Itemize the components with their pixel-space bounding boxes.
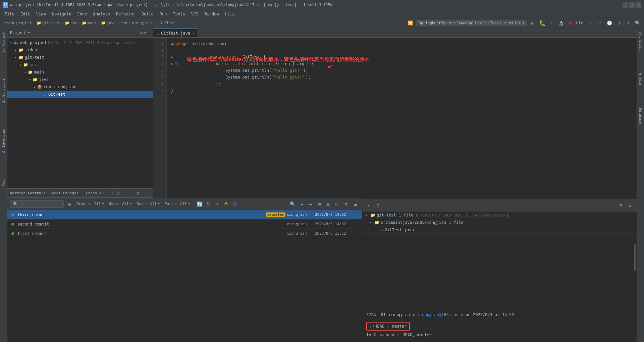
branches-line: In 2 branches: HEAD, master — [366, 333, 633, 337]
changed-file-gittest[interactable]: ▸ ☕ GitTest.java — [362, 226, 637, 234]
project-collapse-icon[interactable]: − — [148, 31, 150, 35]
commit-row-second[interactable]: second commit xiongjian 2023/8/3 14:32 — [7, 219, 362, 229]
git-log-search[interactable]: 🔍 Q▾ — [10, 200, 64, 208]
breadcrumb-project[interactable]: 🗂 web_project — [3, 21, 32, 25]
menu-tools[interactable]: Tools — [170, 11, 188, 17]
ant-build-tab[interactable]: Ant Build — [638, 30, 643, 53]
menu-build[interactable]: Build — [139, 11, 156, 17]
project-tab[interactable]: 1: Project — [1, 30, 6, 55]
breadcrumb-main[interactable]: 📁 main — [82, 21, 97, 25]
tab-console[interactable]: Console ✕ — [83, 189, 108, 197]
tab-log[interactable]: Log — [109, 189, 122, 197]
commit-row-third[interactable]: third commit 🏷 master xiongjian 2023/8/3… — [7, 210, 362, 219]
menu-edit[interactable]: Edit — [18, 11, 33, 17]
grid-icon[interactable]: ⊞ — [316, 200, 323, 208]
coverage-button[interactable]: ⚡ — [548, 19, 555, 27]
navigate-back-icon[interactable]: 🔀 — [407, 19, 414, 27]
breadcrumb-xiongjian[interactable]: xiongjian — [132, 21, 152, 25]
menu-window[interactable]: Window — [202, 11, 221, 17]
date-filter[interactable]: Date: All ▾ — [136, 201, 161, 207]
search-everywhere-icon[interactable]: 🔍 — [634, 19, 641, 27]
changed-file-git-test[interactable]: ▾ 📁 git-test 1 file D:\IntelliJ IDEA 201… — [362, 211, 637, 219]
tree-item-src[interactable]: ▾ 📁 src — [7, 61, 153, 68]
project-scroll-icon[interactable]: ≡ — [144, 31, 147, 35]
menu-vcs[interactable]: VCS — [189, 11, 201, 17]
version-control-tabs: Version Control: Local Changes Console ✕… — [7, 188, 153, 198]
menu-help[interactable]: Help — [222, 11, 237, 17]
settings-icon[interactable]: ⚙ — [66, 200, 73, 208]
editor-tab-gittest[interactable]: ☕ GitTest.java ✕ — [153, 29, 198, 37]
search-log-icon[interactable]: 🔍 — [289, 200, 296, 208]
tree-item-web-project[interactable]: ▾ 🗂 web_project D:\IntelliJ IDEA 2018.3.… — [7, 39, 153, 46]
tree-item-gittest[interactable]: ▸ ☕ GitTest — [7, 91, 153, 98]
tree-item-git-test[interactable]: ▾ 📁 git-test — [7, 54, 153, 61]
breadcrumb-git-test[interactable]: 📁 git-test — [37, 21, 60, 25]
menu-file[interactable]: File — [2, 11, 17, 17]
menu-code[interactable]: Code — [75, 11, 90, 17]
menu-run[interactable]: Run — [157, 11, 170, 17]
refresh-icon[interactable]: 🔄 — [196, 200, 204, 208]
breadcrumb-com[interactable]: com — [120, 21, 127, 25]
changed-file-count: 1 file — [399, 213, 413, 217]
tree-item-idea[interactable]: ▸ 📁 .idea — [7, 46, 153, 54]
highlight-icon[interactable]: 👁 — [222, 200, 230, 208]
breadcrumb-src[interactable]: 📁 src — [65, 21, 77, 25]
minimize-button[interactable]: ─ — [623, 2, 628, 8]
git-check-icon[interactable]: ✓ — [587, 19, 594, 27]
run-arrow-3[interactable]: ▶ — [171, 54, 173, 60]
console-close-icon[interactable]: ✕ — [103, 191, 105, 195]
tab-local-changes[interactable]: Local Changes — [46, 189, 82, 197]
user-filter[interactable]: User: All ▾ — [107, 201, 133, 207]
rt-settings-icon[interactable]: ⚙ — [374, 202, 382, 209]
columns-icon[interactable]: ▦ — [324, 200, 332, 208]
menu-analyze[interactable]: Analyze — [90, 11, 113, 17]
git-history-icon[interactable]: 🕐 — [606, 19, 613, 27]
vc-minimize-icon[interactable]: − — [143, 189, 150, 197]
tab-close-icon[interactable]: ✕ — [192, 32, 194, 35]
rt-sort-icon[interactable]: ≡ — [617, 202, 625, 209]
arrow-right-icon[interactable]: → — [307, 200, 314, 208]
close-button[interactable]: ✕ — [636, 2, 641, 8]
right-scrollbar[interactable] — [634, 234, 637, 309]
breadcrumb-java[interactable]: 📁 java — [101, 21, 116, 25]
rt-expand-icon[interactable]: ▾ — [365, 202, 372, 209]
git-push-icon[interactable]: ⬆ — [625, 19, 632, 27]
structure-tab[interactable]: 2: Structure — [1, 76, 6, 105]
gradle-tab[interactable]: Gradle — [638, 70, 643, 88]
tree-item-package[interactable]: ▾ 📦 com.xiongjian — [7, 83, 153, 91]
breadcrumb-gittest[interactable]: ☕ GitTest — [156, 21, 175, 25]
menu-refactor[interactable]: Refactor — [113, 11, 138, 17]
tree-item-java[interactable]: ▾ 📁 java — [7, 76, 153, 83]
changed-file-src[interactable]: ▾ 📁 src\main\java\com\xiongjian 1 file — [362, 219, 637, 226]
branch-filter[interactable]: Branch: All ▾ — [75, 201, 105, 207]
cherry-pick-icon[interactable]: 🍒 — [205, 200, 212, 208]
menu-navigate[interactable]: Navigate — [49, 11, 74, 17]
run-config-selector[interactable]: SpringbootMybatisCrudApplicationTests.te… — [416, 20, 527, 26]
arrow-left-icon[interactable]: ← — [298, 200, 306, 208]
project-settings-icon[interactable]: ⚙ — [140, 31, 143, 35]
maximize-button[interactable]: □ — [629, 2, 635, 8]
breadcrumb-git-test-label: git-test — [42, 21, 60, 25]
git-label: Git: — [576, 21, 585, 25]
run-button[interactable]: ▶ — [529, 19, 537, 27]
split-icon[interactable]: ⊟ — [333, 200, 340, 208]
expand-icon[interactable]: ⬡ — [231, 200, 238, 208]
vc-settings-icon[interactable]: ⚙ — [134, 189, 142, 197]
database-tab[interactable]: Database — [638, 105, 643, 127]
tree-item-main[interactable]: ▾ 📁 main — [7, 68, 153, 76]
favorites-tab[interactable]: 2: Favorites — [1, 126, 6, 156]
menu-view[interactable]: View — [34, 11, 49, 17]
stop-button[interactable]: ⏹ — [567, 19, 574, 27]
web-tab[interactable]: Web — [1, 177, 6, 188]
profile-button[interactable]: 🔬 — [557, 19, 565, 27]
debug-button[interactable]: 🐛 — [539, 19, 546, 27]
git-undo-icon[interactable]: ↺ — [615, 19, 623, 27]
commit-row-first[interactable]: first commit xiongjian 2023/8/3 13:52 — [7, 229, 362, 238]
rt-collapse-icon[interactable]: ≣ — [627, 202, 634, 209]
paths-filter[interactable]: Paths: All ▾ — [163, 201, 192, 207]
branch-icon[interactable]: ⬇ — [214, 200, 221, 208]
expand-all-icon[interactable]: ≡ — [342, 200, 350, 208]
git-check2-icon[interactable]: ✓ — [596, 19, 604, 27]
collapse-all-icon[interactable]: ≣ — [352, 200, 359, 208]
commit-list: third commit 🏷 master xiongjian 2023/8/3… — [7, 210, 362, 342]
